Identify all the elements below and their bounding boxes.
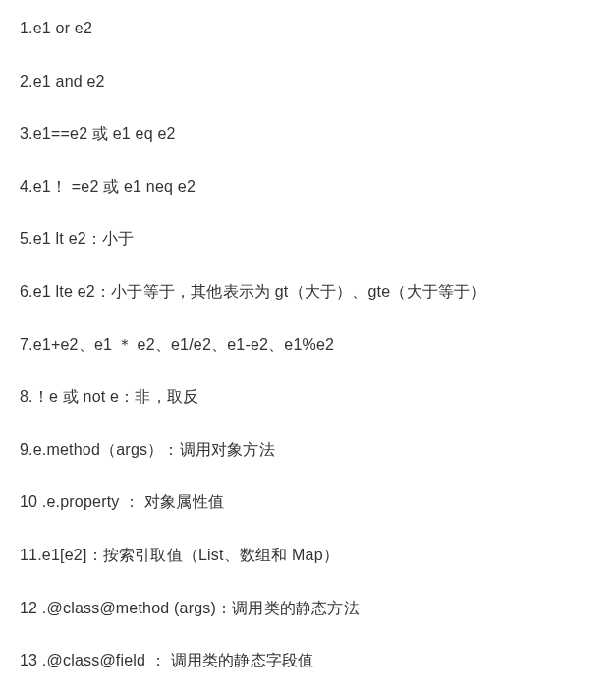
list-item: 3.e1==e2 或 e1 eq e2 [20,121,596,146]
list-item: 4.e1！ =e2 或 e1 neq e2 [20,174,596,200]
list-item: 7.e1+e2、e1 ＊ e2、e1/e2、e1-e2、e1%e2 [20,332,596,358]
document-list: 1.e1 or e2 2.e1 and e2 3.e1==e2 或 e1 eq … [20,16,596,673]
list-item: 13 .@class@field ： 调用类的静态字段值 [20,648,596,673]
list-item: 9.e.method（args）：调用对象方法 [20,437,596,463]
list-item: 10 .e.property ： 对象属性值 [20,490,596,515]
list-item: 6.e1 lte e2：小于等于，其他表示为 gt（大于）、gte（大于等于） [20,279,596,305]
list-item: 5.e1 lt e2：小于 [20,226,596,252]
list-item: 11.e1[e2]：按索引取值（List、数组和 Map） [20,543,596,568]
list-item: 8.！e 或 not e：非，取反 [20,384,596,410]
list-item: 1.e1 or e2 [20,16,596,41]
list-item: 2.e1 and e2 [20,69,596,94]
list-item: 12 .@class@method (args)：调用类的静态方法 [20,596,596,621]
